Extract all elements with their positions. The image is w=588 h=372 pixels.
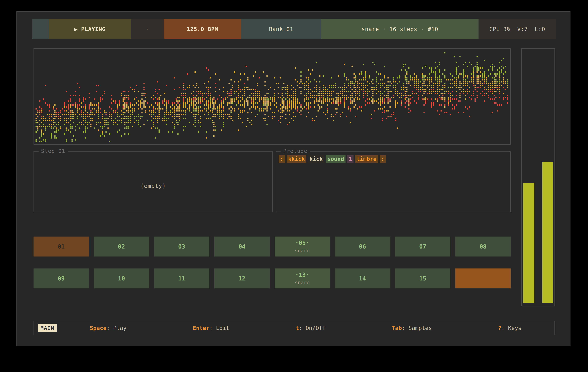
- step-empty-label: (empty): [34, 183, 272, 189]
- step-cell-label: ·05·: [295, 240, 309, 246]
- step-cell-label: 11: [178, 275, 185, 282]
- track-info[interactable]: snare · 16 steps · #10: [321, 19, 479, 39]
- step-cell-14[interactable]: 14: [335, 269, 390, 288]
- mode-badge: MAIN: [38, 324, 57, 332]
- step-cell-label: 12: [239, 275, 246, 282]
- bpm-display[interactable]: 125.0 BPM: [164, 19, 241, 39]
- step-cell-03[interactable]: 03: [154, 237, 210, 257]
- step-cell-06[interactable]: 06: [335, 237, 390, 257]
- step-cell-11[interactable]: 11: [154, 269, 210, 288]
- step-cell-label: 01: [58, 243, 65, 250]
- step-cell-10[interactable]: 10: [94, 269, 149, 288]
- step-cell-09[interactable]: 09: [33, 269, 89, 288]
- level-meters-panel: [521, 48, 555, 306]
- pattern-visualizer-panel: [33, 48, 511, 145]
- step-panel-title: Step 01: [39, 148, 68, 154]
- step-cell-02[interactable]: 02: [94, 237, 149, 257]
- playing-indicator[interactable]: ▶ PLAYING: [49, 19, 131, 39]
- pattern-visualizer: [34, 49, 510, 144]
- meter-bar-right: [542, 162, 553, 303]
- shortcut-play: Space: Play: [90, 325, 126, 331]
- step-cell-label: 14: [359, 275, 366, 282]
- step-cell-label: 02: [118, 243, 125, 250]
- footer-bar: MAIN Space: Play Enter: Edit t: On/Off T…: [33, 321, 555, 335]
- meter-bar-left: [523, 183, 534, 303]
- prelude-token-1[interactable]: 1: [347, 155, 354, 163]
- shortcut-onoff: t: On/Off: [295, 325, 326, 331]
- shortcut-hints: Space: Play Enter: Edit t: On/Off Tab: S…: [57, 325, 555, 331]
- step-cell-sample: snare: [295, 248, 310, 254]
- step-grid: 01 02 03 04 ·05·snare 06 07 08 09 10 11 …: [33, 237, 511, 288]
- system-stats: CPU 3% V:7 L:0: [479, 19, 556, 39]
- step-cell-label: 09: [58, 275, 65, 282]
- step-cell-04[interactable]: 04: [214, 237, 270, 257]
- step-cell-label: 10: [118, 275, 125, 282]
- step-cell-label: 03: [178, 243, 185, 250]
- bank-display[interactable]: Bank 01: [241, 19, 321, 39]
- step-cell-05[interactable]: ·05·snare: [275, 237, 330, 257]
- prelude-token-colon-close[interactable]: :: [380, 155, 386, 163]
- top-status-bar: ▶ PLAYING · 125.0 BPM Bank 01 snare · 16…: [32, 19, 556, 39]
- step-cell-01[interactable]: 01: [33, 237, 89, 257]
- shortcut-samples: Tab: Samples: [392, 325, 432, 331]
- step-cell-07[interactable]: 07: [395, 237, 450, 257]
- step-detail-panel: Step 01 (empty): [33, 151, 273, 212]
- step-cell-13[interactable]: ·13·snare: [275, 269, 330, 288]
- step-cell-label: 08: [479, 243, 486, 250]
- step-cell-15[interactable]: 15: [395, 269, 450, 288]
- app-window: ▶ PLAYING · 125.0 BPM Bank 01 snare · 16…: [16, 11, 570, 346]
- step-cell-08[interactable]: 08: [455, 237, 511, 257]
- step-cell-16[interactable]: [455, 269, 511, 288]
- step-cell-sample: snare: [295, 280, 310, 286]
- separator-segment: ·: [131, 19, 164, 39]
- prelude-token-colon-open[interactable]: :: [279, 155, 285, 163]
- step-cell-label: ·13·: [295, 271, 309, 278]
- prelude-token-kkick[interactable]: kkick: [287, 155, 306, 163]
- prelude-code-row: : kkick kick sound 1 timbre :: [279, 155, 386, 163]
- prelude-panel: Prelude : kkick kick sound 1 timbre :: [276, 151, 511, 212]
- prelude-token-kick[interactable]: kick: [308, 155, 324, 163]
- prelude-token-timbre[interactable]: timbre: [355, 155, 378, 163]
- shortcut-edit: Enter: Edit: [193, 325, 229, 331]
- transport-lead-segment: [32, 19, 49, 39]
- shortcut-keys: ?: Keys: [498, 325, 521, 331]
- prelude-token-sound[interactable]: sound: [326, 155, 346, 163]
- step-cell-12[interactable]: 12: [214, 269, 270, 288]
- step-cell-label: 06: [359, 243, 366, 250]
- step-cell-label: 15: [419, 275, 426, 282]
- step-cell-label: 04: [239, 243, 246, 250]
- prelude-panel-title: Prelude: [281, 148, 310, 154]
- step-cell-label: 07: [419, 243, 426, 250]
